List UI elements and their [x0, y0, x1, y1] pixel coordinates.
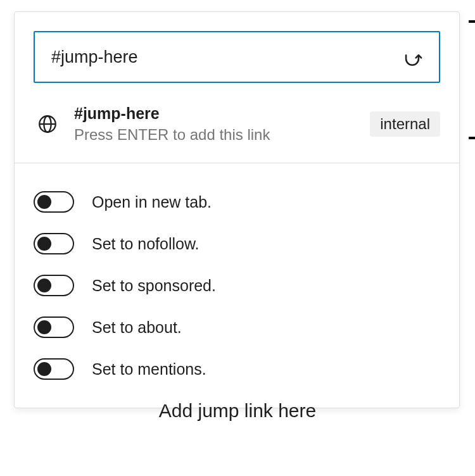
- toggle-sponsored[interactable]: [34, 275, 74, 296]
- submit-icon[interactable]: [401, 46, 424, 68]
- option-mentions: Set to mentions.: [34, 348, 440, 390]
- background-fragment: [469, 20, 475, 23]
- background-fragment: [469, 137, 475, 139]
- suggestion-texts: #jump-here Press ENTER to add this link: [74, 103, 357, 145]
- link-options: Open in new tab. Set to nofollow. Set to…: [15, 163, 459, 408]
- link-type-badge: internal: [370, 111, 440, 137]
- link-editor-popover: #jump-here Press ENTER to add this link …: [14, 11, 460, 408]
- option-label: Set to sponsored.: [92, 277, 216, 295]
- option-sponsored: Set to sponsored.: [34, 265, 440, 306]
- url-input-row: [15, 12, 459, 97]
- option-label: Set to nofollow.: [92, 235, 200, 253]
- suggestion-subtitle: Press ENTER to add this link: [74, 124, 357, 146]
- toggle-open-new-tab[interactable]: [34, 191, 74, 213]
- option-nofollow: Set to nofollow.: [34, 223, 440, 265]
- option-label: Set to about.: [92, 318, 182, 337]
- url-input[interactable]: [51, 47, 401, 67]
- link-suggestion[interactable]: #jump-here Press ENTER to add this link …: [15, 97, 459, 163]
- caption-text: Add jump link here: [0, 400, 475, 422]
- toggle-nofollow[interactable]: [34, 233, 74, 254]
- option-open-new-tab: Open in new tab.: [34, 181, 440, 223]
- toggle-about[interactable]: [34, 316, 74, 338]
- toggle-mentions[interactable]: [34, 358, 74, 380]
- suggestion-title: #jump-here: [74, 103, 357, 124]
- globe-icon: [34, 113, 61, 135]
- option-label: Open in new tab.: [92, 193, 212, 211]
- option-label: Set to mentions.: [92, 360, 206, 379]
- url-input-wrap: [34, 31, 440, 83]
- option-about: Set to about.: [34, 306, 440, 348]
